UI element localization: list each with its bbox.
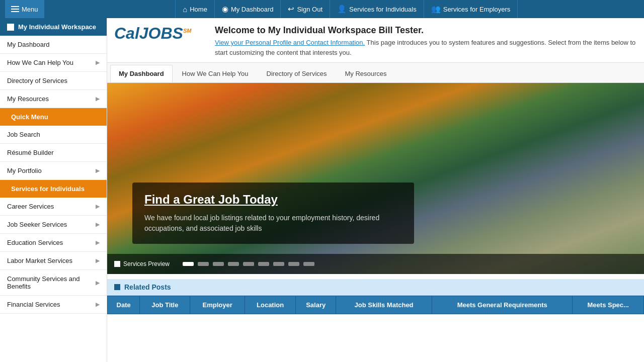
sidebar-item-communityservices[interactable]: Community Services and Benefits ▶ xyxy=(0,270,107,296)
sidebar-item-communityservices-label: Community Services and Benefits xyxy=(7,275,96,290)
related-posts-icon xyxy=(114,284,120,290)
services-individuals-header[interactable]: Services for Individuals xyxy=(0,180,107,198)
workspace-header[interactable]: My Individual Workspace xyxy=(0,18,107,36)
home-icon: ⌂ xyxy=(183,5,187,14)
sidebar-item-howwecanhelp-label: How We Can Help You xyxy=(7,59,73,66)
welcome-title: Welcome to My Individual Workspace Bill … xyxy=(215,25,636,36)
sidebar-item-portfolio-label: My Portfolio xyxy=(7,167,42,174)
sidebar-item-jobseekerservices[interactable]: Job Seeker Services ▶ xyxy=(0,216,107,234)
services-employers-label: Services for Employers xyxy=(443,6,511,13)
hero-footer: Services Preview xyxy=(107,254,644,274)
sidebar-item-educationservices[interactable]: Education Services ▶ xyxy=(0,234,107,252)
hero-image xyxy=(107,83,644,274)
signout-icon: ↩ xyxy=(288,5,294,14)
services-individuals-header-label: Services for Individuals xyxy=(11,185,85,193)
menu-label: Menu xyxy=(22,6,38,13)
services-employers-link[interactable]: 👥 Services for Employers xyxy=(424,0,518,18)
chevron-right-icon-6: ▶ xyxy=(96,239,100,246)
sidebar-item-careerservices-label: Career Services xyxy=(7,203,54,210)
sidebar-item-resumebuilder[interactable]: Résumé Builder xyxy=(0,144,107,162)
home-link[interactable]: ⌂ Home xyxy=(175,0,215,18)
dashboard-icon: ◉ xyxy=(222,5,228,14)
tab-myresources[interactable]: My Resources xyxy=(337,65,395,82)
services-individuals-link[interactable]: 👤 Services for Individuals xyxy=(330,0,424,18)
slide-dots xyxy=(183,262,314,266)
preview-icon xyxy=(114,261,120,267)
main-content: CalJOBSSM Welcome to My Individual Works… xyxy=(107,18,644,362)
slide-dot-8[interactable] xyxy=(288,262,299,266)
sidebar-item-directory-label: Directory of Services xyxy=(7,77,67,84)
tab-howwecanhelp-label: How We Can Help You xyxy=(182,70,249,77)
slide-dot-5[interactable] xyxy=(243,262,254,266)
col-location: Location xyxy=(245,296,295,314)
chevron-right-icon-3: ▶ xyxy=(96,167,100,174)
person-icon: 👤 xyxy=(337,5,347,14)
logo-sm: SM xyxy=(183,28,192,34)
quick-menu-label: Quick Menu xyxy=(11,113,48,121)
col-jobskills: Job Skills Matched xyxy=(336,296,432,314)
tab-bar: My Dashboard How We Can Help You Directo… xyxy=(107,63,644,83)
sidebar-item-jobseekerservices-label: Job Seeker Services xyxy=(7,221,67,228)
chevron-right-icon: ▶ xyxy=(96,59,100,66)
logo-cal: Cal xyxy=(114,24,139,42)
tab-howwecanhelp[interactable]: How We Can Help You xyxy=(174,65,257,82)
slide-dot-9[interactable] xyxy=(303,262,314,266)
related-posts-header[interactable]: Related Posts xyxy=(107,279,644,296)
sidebar-item-jobsearch-label: Job Search xyxy=(7,131,40,138)
slide-dot-6[interactable] xyxy=(258,262,269,266)
logo-jobs: JOBS xyxy=(139,24,183,42)
sidebar-item-resumebuilder-label: Résumé Builder xyxy=(7,149,54,156)
welcome-description: View your Personal Profile and Contact I… xyxy=(215,38,636,57)
tab-mydashboard-label: My Dashboard xyxy=(119,70,164,77)
dashboard-link[interactable]: ◉ My Dashboard xyxy=(215,0,281,18)
sidebar-item-howwecanhelp[interactable]: How We Can Help You ▶ xyxy=(0,54,107,72)
col-employer: Employer xyxy=(190,296,245,314)
sidebar-item-labormarketservices[interactable]: Labor Market Services ▶ xyxy=(0,252,107,270)
sidebar-item-financialservices[interactable]: Financial Services ▶ xyxy=(0,296,107,314)
workspace-icon xyxy=(7,24,14,31)
col-jobtitle: Job Title xyxy=(140,296,190,314)
tab-directoryofservices[interactable]: Directory of Services xyxy=(258,65,336,82)
sidebar-item-labormarketservices-label: Labor Market Services xyxy=(7,257,72,264)
signout-link[interactable]: ↩ Sign Out xyxy=(281,0,330,18)
main-layout: My Individual Workspace My Dashboard How… xyxy=(0,18,644,362)
sidebar-item-myresources[interactable]: My Resources ▶ xyxy=(0,90,107,108)
people-icon: 👥 xyxy=(431,5,441,14)
hero-title[interactable]: Find a Great Job Today xyxy=(144,193,402,207)
dashboard-label: My Dashboard xyxy=(231,6,274,13)
hero-description: We have found local job listings related… xyxy=(144,213,402,234)
sidebar-item-myresources-label: My Resources xyxy=(7,95,49,103)
chevron-right-icon-8: ▶ xyxy=(96,280,100,286)
tab-mydashboard[interactable]: My Dashboard xyxy=(110,65,173,82)
hero-banner: Find a Great Job Today We have found loc… xyxy=(107,83,644,274)
slide-dot-4[interactable] xyxy=(228,262,239,266)
sidebar-item-portfolio[interactable]: My Portfolio ▶ xyxy=(0,162,107,180)
menu-button[interactable]: Menu xyxy=(5,0,44,18)
hamburger-icon xyxy=(11,6,19,12)
services-preview-label: Services Preview xyxy=(114,260,170,267)
slide-dot-3[interactable] xyxy=(213,262,224,266)
col-date: Date xyxy=(108,296,140,314)
chevron-right-icon-2: ▶ xyxy=(96,96,100,102)
sidebar-item-directory[interactable]: Directory of Services xyxy=(0,72,107,90)
chevron-right-icon-9: ▶ xyxy=(96,301,100,308)
logo: CalJOBSSM xyxy=(114,25,205,41)
profile-link[interactable]: View your Personal Profile and Contact I… xyxy=(215,39,365,46)
sidebar: My Individual Workspace My Dashboard How… xyxy=(0,18,107,362)
nav-links: ⌂ Home ◉ My Dashboard ↩ Sign Out 👤 Servi… xyxy=(54,0,639,18)
chevron-right-icon-7: ▶ xyxy=(96,257,100,264)
slide-dot-7[interactable] xyxy=(273,262,284,266)
sidebar-item-careerservices[interactable]: Career Services ▶ xyxy=(0,198,107,216)
slide-dot-1[interactable] xyxy=(183,262,194,266)
sidebar-item-jobsearch[interactable]: Job Search xyxy=(0,126,107,144)
tab-directoryofservices-label: Directory of Services xyxy=(267,70,327,77)
related-posts-label: Related Posts xyxy=(124,283,171,291)
chevron-right-icon-5: ▶ xyxy=(96,221,100,228)
related-posts-section: Related Posts Date Job Title Employer Lo… xyxy=(107,274,644,319)
slide-dot-2[interactable] xyxy=(198,262,209,266)
sidebar-item-mydashboard[interactable]: My Dashboard xyxy=(0,36,107,54)
top-nav-bar: Menu ⌂ Home ◉ My Dashboard ↩ Sign Out 👤 … xyxy=(0,0,644,18)
quick-menu-header[interactable]: Quick Menu xyxy=(0,108,107,126)
related-posts-table: Date Job Title Employer Location Salary … xyxy=(107,296,644,314)
col-meetsgeneral: Meets General Requirements xyxy=(432,296,573,314)
